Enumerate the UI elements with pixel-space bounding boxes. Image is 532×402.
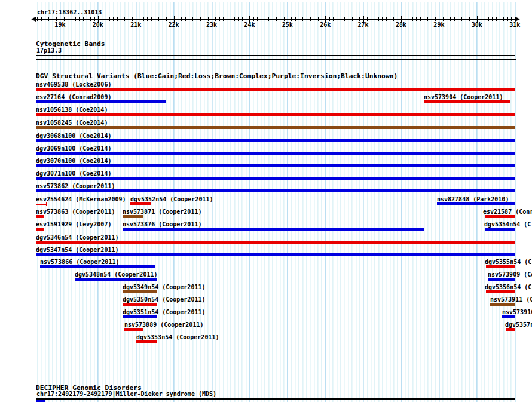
- variant-label[interactable]: dgv5351n54 (Cooper2011): [123, 309, 205, 315]
- variant-label[interactable]: esv2554624 (McKernan2009): [36, 196, 126, 202]
- variant-label[interactable]: nsv573889 (Cooper2011): [124, 321, 203, 328]
- variant-bar[interactable]: [36, 241, 515, 244]
- variant-range-line[interactable]: [36, 204, 47, 205]
- variant-bar[interactable]: [437, 202, 515, 205]
- ruler-minor-tick: [109, 17, 110, 21]
- variant-bar[interactable]: [40, 265, 155, 268]
- variant-label[interactable]: dgv5356n54 (C: [485, 284, 531, 290]
- variant-bar[interactable]: [486, 290, 515, 293]
- variant-label[interactable]: dgv3070n100 (Coe2014): [36, 158, 111, 164]
- variant-bar[interactable]: [123, 215, 143, 218]
- ruler-tick-label: 28k: [396, 22, 406, 28]
- ruler-minor-tick: [382, 17, 383, 21]
- variant-label[interactable]: dgv5357n54: [505, 321, 532, 328]
- variant-bar[interactable]: [506, 328, 515, 331]
- variant-bar[interactable]: [485, 228, 515, 231]
- variant-label[interactable]: nsv827848 (Park2010): [437, 196, 509, 202]
- variant-label[interactable]: dgv5355n54 (C: [485, 259, 531, 265]
- ruler-minor-tick: [181, 17, 182, 21]
- ruler-minor-tick: [291, 17, 292, 21]
- variant-label[interactable]: nsv573916: [502, 309, 532, 315]
- variant-label[interactable]: dgv5352n54 (Cooper2011): [130, 196, 213, 202]
- variant-label[interactable]: nsv1056138 (Coe2014): [36, 106, 108, 113]
- ruler-minor-tick: [496, 17, 497, 21]
- ruler-minor-tick: [124, 17, 125, 21]
- variant-label[interactable]: nsv573862 (Cooper2011): [36, 183, 115, 189]
- variant-bar[interactable]: [502, 315, 515, 318]
- variant-label[interactable]: esv27164 (Conrad2009): [36, 94, 111, 100]
- variant-bar[interactable]: [123, 228, 424, 231]
- variant-label[interactable]: nsv573904 (Cooper2011): [424, 94, 503, 100]
- ruler-minor-tick: [329, 17, 330, 21]
- variant-label[interactable]: nsv573866 (Cooper2011): [40, 259, 119, 265]
- ruler-minor-tick: [500, 17, 500, 21]
- variant-range-end-tick[interactable]: [46, 202, 47, 206]
- variant-bar[interactable]: [36, 177, 515, 180]
- decipher-entry-label[interactable]: chr17:2492179-2492179|Miller-Dieker synd…: [36, 391, 216, 397]
- variant-bar[interactable]: [36, 88, 515, 91]
- variant-bar[interactable]: [136, 340, 157, 343]
- variant-bar[interactable]: [36, 228, 44, 231]
- ruler-minor-tick: [41, 17, 42, 21]
- ruler-minor-tick: [348, 17, 348, 21]
- variant-bar[interactable]: [123, 315, 157, 318]
- variant-label[interactable]: nsv573876 (Cooper2011): [123, 221, 201, 228]
- variant-label[interactable]: nsv573911 (C: [490, 296, 532, 303]
- ruler-minor-tick: [185, 17, 186, 21]
- variant-bar[interactable]: [123, 303, 157, 306]
- variant-label[interactable]: nsv573863 (Cooper2011): [36, 208, 115, 215]
- variant-bar[interactable]: [488, 278, 515, 281]
- variant-label[interactable]: esv21587 (Conr: [483, 208, 532, 215]
- variant-bar[interactable]: [36, 152, 515, 155]
- variant-bar[interactable]: [130, 202, 151, 205]
- variant-label[interactable]: dgv5349n54 (Cooper2011): [123, 284, 205, 290]
- variant-label[interactable]: dgv3069n100 (Coe2014): [36, 145, 111, 152]
- variant-label[interactable]: dgv5354n54 (C: [484, 221, 531, 228]
- variant-bar[interactable]: [124, 328, 143, 331]
- ruler-minor-tick: [132, 17, 133, 21]
- region-label: chr17:18362..31013: [37, 9, 102, 16]
- variant-label[interactable]: dgv5346n54 (Cooper2011): [36, 234, 118, 241]
- variant-label[interactable]: nsv573909 (Co: [488, 271, 532, 278]
- ruler-minor-tick: [458, 17, 458, 21]
- variant-label[interactable]: nsv573871 (Cooper2011): [123, 208, 201, 215]
- decipher-feature-bar[interactable]: [36, 398, 515, 400]
- ruler-minor-tick: [94, 17, 95, 21]
- ruler-minor-tick: [390, 17, 390, 21]
- ruler-minor-tick: [302, 17, 303, 21]
- variant-bar[interactable]: [490, 303, 515, 306]
- variant-bar[interactable]: [485, 215, 515, 218]
- variant-label[interactable]: dgv5350n54 (Cooper2011): [123, 296, 205, 303]
- variant-bar[interactable]: [36, 164, 515, 167]
- variant-bar[interactable]: [36, 126, 515, 129]
- variant-bar[interactable]: [486, 265, 515, 268]
- variant-bar[interactable]: [424, 100, 510, 103]
- ruler-minor-tick: [386, 17, 387, 21]
- cytogenetic-band-bar[interactable]: [36, 55, 515, 56]
- variant-label[interactable]: dgv5347n54 (Cooper2011): [36, 247, 118, 253]
- ruler-minor-tick: [337, 17, 337, 21]
- variant-label[interactable]: esv1591929 (Levy2007): [36, 221, 111, 228]
- variant-label[interactable]: dgv3068n100 (Coe2014): [36, 133, 111, 139]
- ruler-minor-tick: [447, 17, 447, 21]
- variant-bar[interactable]: [36, 113, 515, 116]
- ruler-minor-tick: [155, 17, 155, 21]
- variant-bar[interactable]: [123, 290, 157, 293]
- cytogenetic-band-label[interactable]: 17p13.3: [36, 47, 62, 54]
- variant-label[interactable]: nsv1058245 (Coe2014): [36, 119, 108, 126]
- variant-bar[interactable]: [36, 253, 515, 256]
- ruler-minor-tick: [481, 17, 481, 21]
- variant-bar[interactable]: [36, 100, 166, 103]
- variant-label[interactable]: dgv5353n54 (Cooper2011): [136, 334, 219, 340]
- ruler-minor-tick: [466, 17, 466, 21]
- variant-label[interactable]: nsv469538 (Locke2006): [36, 81, 111, 88]
- variant-bar[interactable]: [36, 215, 44, 218]
- variant-label[interactable]: dgv3071n100 (Coe2014): [36, 170, 111, 177]
- variant-label[interactable]: dgv5348n54 (Cooper2011): [75, 271, 157, 278]
- variant-bar[interactable]: [36, 189, 515, 192]
- ruler-minor-tick: [151, 17, 152, 21]
- variant-bar[interactable]: [36, 139, 515, 142]
- ruler-minor-tick: [424, 17, 424, 21]
- ruler-minor-tick: [189, 17, 189, 21]
- variant-bar[interactable]: [75, 278, 157, 281]
